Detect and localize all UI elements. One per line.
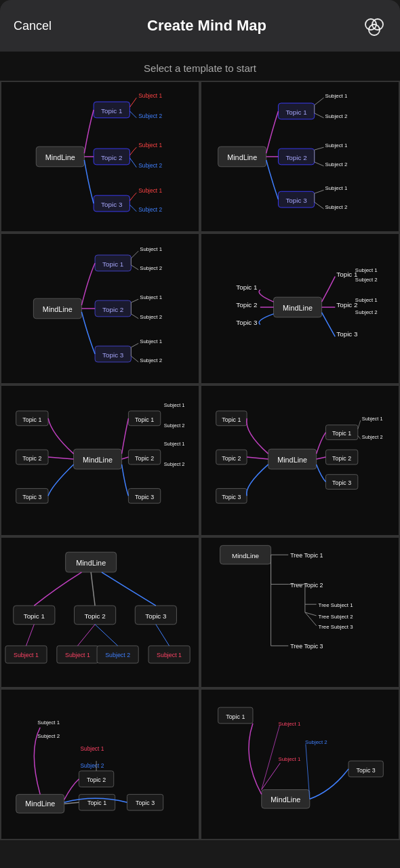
svg-line-133 xyxy=(156,625,169,646)
svg-text:Topic 2: Topic 2 xyxy=(222,455,241,462)
svg-text:Subject 2: Subject 2 xyxy=(164,422,185,429)
cancel-button[interactable]: Cancel xyxy=(14,19,52,33)
template-7[interactable]: MindLine Topic 1 Topic 2 Topic 3 Subject… xyxy=(1,538,199,687)
svg-text:Subject 1: Subject 1 xyxy=(80,745,104,752)
svg-text:Subject 1: Subject 1 xyxy=(164,402,185,408)
template-4[interactable]: MindLine Topic 1 Topic 2 Topic 3 Topic 1… xyxy=(201,234,399,383)
svg-text:Subject 1: Subject 1 xyxy=(278,721,300,727)
svg-text:Subject 2: Subject 2 xyxy=(138,206,162,213)
svg-text:Topic 2: Topic 2 xyxy=(87,776,106,783)
svg-text:Topic 3: Topic 3 xyxy=(136,800,155,806)
svg-text:Subject 2: Subject 2 xyxy=(140,265,162,271)
svg-text:Topic 2: Topic 2 xyxy=(135,455,154,462)
svg-text:Topic 3: Topic 3 xyxy=(285,197,307,204)
svg-line-158 xyxy=(64,802,79,804)
svg-line-108 xyxy=(317,457,326,459)
template-2[interactable]: MindLine Topic 1 Topic 2 Topic 3 Subject… xyxy=(201,82,399,231)
svg-text:Topic 3: Topic 3 xyxy=(135,494,154,500)
svg-text:Subject 1: Subject 1 xyxy=(138,92,162,99)
svg-text:Subject 1: Subject 1 xyxy=(65,652,90,658)
svg-text:MindLine: MindLine xyxy=(25,800,55,808)
svg-text:Tree Subject 1: Tree Subject 1 xyxy=(319,602,353,608)
template-9[interactable]: MindLine Topic 1 Topic 3 Subject 1 Subje… xyxy=(1,690,199,839)
svg-text:Topic 3: Topic 3 xyxy=(222,494,241,500)
svg-text:Subject 1: Subject 1 xyxy=(138,142,162,149)
svg-text:MindLine: MindLine xyxy=(232,552,260,559)
template-grid: MindLine Topic 1 Topic 2 Topic 3 Subject… xyxy=(0,81,400,840)
svg-line-101 xyxy=(247,457,268,459)
svg-text:Subject 1: Subject 1 xyxy=(325,185,347,191)
svg-text:Topic 2: Topic 2 xyxy=(332,455,351,462)
svg-text:Subject 1: Subject 1 xyxy=(355,297,378,303)
svg-line-112 xyxy=(358,436,361,439)
svg-text:MindLine: MindLine xyxy=(277,456,307,464)
svg-text:MindLine: MindLine xyxy=(271,795,300,804)
venn-diagram-icon xyxy=(362,14,386,38)
svg-text:Tree Subject 3: Tree Subject 3 xyxy=(319,624,354,630)
svg-text:Subject 1: Subject 1 xyxy=(140,294,162,300)
svg-line-28 xyxy=(315,113,324,118)
svg-text:Subject 2: Subject 2 xyxy=(325,161,347,167)
svg-text:Tree Topic 2: Tree Topic 2 xyxy=(290,582,323,589)
subtitle: Select a template to start xyxy=(0,52,400,81)
template-5[interactable]: MindLine Topic 1 Topic 2 Topic 3 Topic 1… xyxy=(1,386,199,535)
svg-line-27 xyxy=(315,98,324,105)
svg-text:Subject 2: Subject 2 xyxy=(355,277,378,283)
svg-text:MindLine: MindLine xyxy=(45,153,75,161)
svg-text:Subject 1: Subject 1 xyxy=(37,719,60,726)
svg-text:Topic 1: Topic 1 xyxy=(336,271,357,278)
svg-text:Subject 1: Subject 1 xyxy=(14,652,39,658)
svg-text:Topic 1: Topic 1 xyxy=(135,416,154,423)
svg-line-121 xyxy=(91,572,95,606)
svg-text:Subject 2: Subject 2 xyxy=(105,652,130,658)
svg-text:MindLine: MindLine xyxy=(227,153,257,161)
svg-text:Subject 1: Subject 1 xyxy=(355,267,378,273)
svg-text:Subject 1: Subject 1 xyxy=(140,338,162,344)
svg-text:MindLine: MindLine xyxy=(43,305,73,313)
template-1[interactable]: MindLine Topic 1 Topic 2 Topic 3 Subject… xyxy=(1,82,199,231)
svg-text:Tree Subject 2: Tree Subject 2 xyxy=(319,614,353,620)
svg-text:Topic 1: Topic 1 xyxy=(87,800,106,806)
svg-text:Subject 2: Subject 2 xyxy=(325,204,347,210)
svg-text:Subject 2: Subject 2 xyxy=(140,357,162,363)
svg-line-130 xyxy=(26,625,34,646)
header: Cancel Create Mind Map xyxy=(0,0,400,52)
svg-text:Topic 1: Topic 1 xyxy=(332,431,351,437)
svg-text:Subject 1: Subject 1 xyxy=(325,142,347,149)
svg-text:Subject 1: Subject 1 xyxy=(157,652,182,658)
svg-text:Subject 2: Subject 2 xyxy=(355,309,378,315)
svg-text:Subject 2: Subject 2 xyxy=(140,314,162,320)
template-6[interactable]: MindLine Topic 1 Topic 2 Topic 3 Topic 1… xyxy=(201,386,399,535)
svg-text:MindLine: MindLine xyxy=(76,559,106,567)
svg-text:Topic 1: Topic 1 xyxy=(24,612,45,620)
svg-text:Subject 2: Subject 2 xyxy=(80,762,104,769)
svg-line-111 xyxy=(358,420,361,429)
svg-line-37 xyxy=(315,190,324,193)
svg-text:Tree Topic 3: Tree Topic 3 xyxy=(290,643,323,650)
svg-text:Subject 2: Subject 2 xyxy=(138,162,162,169)
svg-text:Subject 2: Subject 2 xyxy=(164,461,185,467)
svg-text:Topic 2: Topic 2 xyxy=(101,154,122,161)
svg-text:MindLine: MindLine xyxy=(83,456,113,464)
svg-text:Subject 1: Subject 1 xyxy=(140,246,162,252)
svg-text:Topic 1: Topic 1 xyxy=(226,713,245,720)
svg-line-56 xyxy=(131,314,138,319)
svg-text:Topic 3: Topic 3 xyxy=(332,479,351,486)
template-10[interactable]: MindLine Topic 1 Topic 3 Subject 1 Subje… xyxy=(201,690,399,839)
svg-line-38 xyxy=(315,202,324,209)
svg-text:Topic 1: Topic 1 xyxy=(222,416,241,423)
svg-text:Topic 1: Topic 1 xyxy=(236,283,257,291)
svg-text:Topic 2: Topic 2 xyxy=(102,306,123,313)
svg-text:Subject 1: Subject 1 xyxy=(164,441,185,447)
svg-text:Topic 3: Topic 3 xyxy=(145,612,167,620)
svg-text:Subject 2: Subject 2 xyxy=(138,113,162,119)
template-3[interactable]: MindLine Topic 1 Topic 2 Topic 3 Subject… xyxy=(1,234,199,383)
svg-text:Topic 1: Topic 1 xyxy=(22,416,41,423)
svg-line-51 xyxy=(131,265,138,270)
svg-text:Topic 3: Topic 3 xyxy=(357,767,376,774)
svg-text:Topic 3: Topic 3 xyxy=(22,494,41,500)
svg-line-132 xyxy=(95,625,118,646)
svg-text:Subject 1: Subject 1 xyxy=(325,93,347,99)
svg-text:Topic 3: Topic 3 xyxy=(102,351,124,359)
template-8[interactable]: MindLine Tree Topic 1 Tree Topic 2 Tree … xyxy=(201,538,399,687)
